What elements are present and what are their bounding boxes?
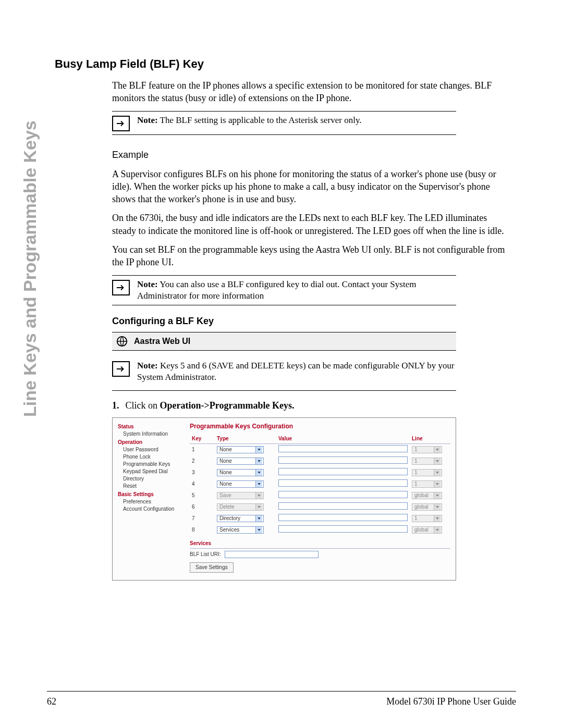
line-select: 1: [412, 480, 442, 488]
chevron-down-icon: [434, 504, 440, 510]
value-input[interactable]: [278, 525, 408, 533]
chevron-down-icon: [255, 470, 262, 476]
webui-main: Programmable Keys Configuration Key Type…: [190, 422, 450, 573]
nav-item[interactable]: Phone Lock: [123, 453, 186, 461]
footer: 62 Model 6730i IP Phone User Guide: [47, 696, 516, 707]
nav-item[interactable]: User Password: [123, 446, 186, 453]
cell-key: 7: [190, 513, 215, 524]
cell-value: [276, 455, 410, 467]
line-select: 1: [412, 515, 442, 522]
cell-line: 1: [410, 443, 450, 455]
table-row: 6Deleteglobal: [190, 501, 450, 513]
nav-item[interactable]: Preferences: [123, 498, 186, 505]
value-input[interactable]: [278, 445, 408, 452]
nav-item[interactable]: System Information: [123, 430, 186, 438]
divider: [112, 275, 456, 276]
cell-value: [276, 501, 410, 513]
cell-key: 5: [190, 490, 215, 501]
cell-key: 2: [190, 455, 215, 467]
table-row: 4None1: [190, 478, 450, 490]
nav-item[interactable]: Directory: [123, 475, 186, 483]
webui-title: Programmable Keys Configuration: [190, 422, 450, 431]
paragraph: A Supervisor configures BLFs on his phon…: [112, 168, 508, 206]
nav-item[interactable]: Programmable Keys: [123, 461, 186, 468]
value-input[interactable]: [278, 468, 408, 475]
side-vertical-label: Line Keys and Programmable Keys: [20, 52, 41, 417]
nav-item[interactable]: Reset: [123, 483, 186, 490]
cell-type: Services: [215, 524, 276, 536]
note-1: Note: The BLF setting is applicable to t…: [112, 115, 456, 131]
cell-line: 1: [410, 513, 450, 524]
chevron-down-icon: [434, 492, 440, 499]
value-input[interactable]: [278, 502, 408, 510]
chevron-down-icon: [255, 527, 262, 533]
chevron-down-icon: [255, 515, 262, 522]
cell-type: None: [215, 467, 276, 478]
note-text: You can also use a BLF configured key to…: [137, 279, 416, 301]
type-select[interactable]: None: [217, 469, 264, 476]
col-type: Type: [215, 434, 276, 444]
arrow-right-icon: [112, 116, 130, 131]
chevron-down-icon: [255, 504, 262, 510]
chevron-down-icon: [434, 515, 440, 522]
type-select[interactable]: Directory: [217, 515, 264, 522]
page-title: Busy Lamp Field (BLF) Key: [55, 57, 508, 71]
page-number: 62: [47, 696, 56, 707]
cell-key: 6: [190, 501, 215, 513]
value-input[interactable]: [278, 514, 408, 521]
divider: [112, 390, 456, 391]
nav-item[interactable]: Keypad Speed Dial: [123, 468, 186, 475]
cell-key: 8: [190, 524, 215, 536]
nav-item[interactable]: Account Configuration: [123, 505, 186, 513]
cell-type: None: [215, 443, 276, 455]
cell-key: 3: [190, 467, 215, 478]
paragraph: On the 6730i, the busy and idle indicato…: [112, 212, 508, 237]
note-label: Note:: [137, 279, 158, 289]
paragraph: You can set BLF on the programmable keys…: [112, 243, 508, 269]
chevron-down-icon: [255, 481, 262, 487]
value-input[interactable]: [278, 491, 408, 498]
cell-type: None: [215, 478, 276, 490]
cell-line: global: [410, 490, 450, 501]
line-select: 1: [412, 446, 442, 453]
divider: [112, 111, 456, 112]
chevron-down-icon: [434, 458, 440, 464]
keys-table: Key Type Value Line 1None12None13None14N…: [190, 434, 450, 536]
col-value: Value: [276, 434, 410, 444]
chevron-down-icon: [434, 527, 440, 533]
cell-key: 4: [190, 478, 215, 490]
nav-group: Operation: [118, 439, 186, 446]
save-settings-button[interactable]: Save Settings: [190, 562, 234, 573]
table-row: 2None1: [190, 455, 450, 467]
chevron-down-icon: [434, 481, 440, 487]
value-input[interactable]: [278, 479, 408, 487]
webui-nav: StatusSystem InformationOperationUser Pa…: [118, 422, 186, 573]
nav-group: Status: [118, 423, 186, 430]
note-2: Note: You can also use a BLF configured …: [112, 279, 456, 302]
web-ui-bar: Aastra Web UI: [112, 332, 456, 351]
cell-line: global: [410, 524, 450, 536]
cell-value: [276, 513, 410, 524]
cell-line: 1: [410, 478, 450, 490]
web-ui-label: Aastra Web UI: [134, 337, 190, 346]
type-select[interactable]: None: [217, 446, 264, 453]
line-select: global: [412, 503, 442, 511]
blf-list-input[interactable]: [225, 551, 319, 558]
type-select[interactable]: None: [217, 480, 264, 488]
cell-key: 1: [190, 443, 215, 455]
chevron-down-icon: [434, 470, 440, 476]
col-line: Line: [410, 434, 450, 444]
cell-value: [276, 490, 410, 501]
chevron-down-icon: [434, 447, 440, 453]
cell-type: Directory: [215, 513, 276, 524]
type-select[interactable]: None: [217, 458, 264, 465]
cell-type: None: [215, 455, 276, 467]
note-text: Keys 5 and 6 (SAVE and DELETE keys) can …: [137, 361, 455, 382]
type-select[interactable]: Services: [217, 526, 264, 534]
value-input[interactable]: [278, 456, 408, 464]
line-select: 1: [412, 469, 442, 476]
table-row: 7Directory1: [190, 513, 450, 524]
chevron-down-icon: [255, 458, 262, 464]
cell-type: Delete: [215, 501, 276, 513]
type-select: Save: [217, 492, 264, 499]
